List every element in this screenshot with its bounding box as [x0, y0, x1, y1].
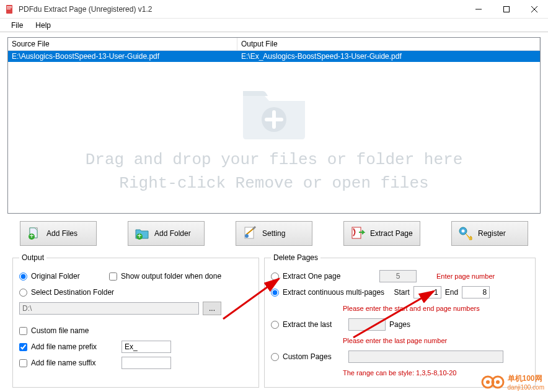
svg-point-24 — [486, 380, 490, 384]
svg-rect-1 — [7, 6, 12, 7]
svg-rect-5 — [503, 6, 509, 12]
custom-pages-input[interactable] — [348, 351, 503, 363]
delete-legend: Delete Pages — [271, 253, 320, 262]
custom-pages-radio[interactable] — [271, 353, 279, 361]
window-title: PDFdu Extract Page (Unregistered) v1.2 — [19, 5, 464, 14]
multi-hint: Please enter the start and end page numb… — [343, 305, 480, 312]
suffix-input[interactable] — [122, 357, 171, 369]
last-hint: Please enter the last page number — [343, 337, 447, 344]
menu-bar: File Help — [0, 19, 548, 32]
menu-help[interactable]: Help — [29, 20, 57, 31]
col-output[interactable]: Output File — [237, 38, 540, 50]
register-button[interactable]: Register — [451, 221, 528, 246]
original-folder-radio[interactable] — [19, 272, 27, 281]
cell-source: E:\Auslogics-BoostSpeed-13-User-Guide.pd… — [8, 51, 237, 62]
drop-zone: Drag and drop your files or folder here … — [8, 63, 540, 213]
output-panel: Output Original Folder Show output folde… — [12, 253, 259, 388]
svg-text:+: + — [137, 232, 141, 240]
extract-page-button[interactable]: Extract Page — [343, 221, 420, 246]
last-unit: Pages — [389, 320, 410, 329]
maximize-button[interactable] — [492, 0, 520, 19]
svg-text:+: + — [29, 232, 33, 240]
custom-pages-label: Custom Pages — [283, 352, 345, 361]
extract-multi-label: Extract continuous multi-pages — [283, 288, 384, 297]
title-bar: PDFdu Extract Page (Unregistered) v1.2 — [0, 0, 548, 19]
file-list[interactable]: Source File Output File E:\Auslogics-Boo… — [7, 37, 541, 214]
show-folder-label: Show output folder when done — [121, 272, 221, 281]
add-folder-button[interactable]: + Add Folder — [128, 221, 205, 246]
prefix-label: Add file name prefix — [31, 342, 118, 351]
add-files-icon: + — [27, 226, 42, 241]
folder-plus-icon — [237, 84, 311, 146]
table-row[interactable]: E:\Auslogics-BoostSpeed-13-User-Guide.pd… — [8, 51, 540, 62]
suffix-label: Add file name suffix — [31, 359, 118, 367]
add-folder-label: Add Folder — [154, 229, 191, 238]
cell-output: E:\Ex_Auslogics-BoostSpeed-13-User-Guide… — [237, 51, 540, 62]
svg-rect-3 — [7, 9, 11, 9]
svg-point-26 — [496, 380, 500, 384]
extract-label: Extract Page — [370, 229, 413, 238]
add-files-label: Add Files — [46, 229, 77, 238]
browse-button[interactable]: ... — [203, 302, 221, 315]
prefix-input[interactable] — [122, 341, 171, 353]
register-label: Register — [478, 229, 506, 238]
watermark-url: danji100.com — [508, 384, 544, 391]
custom-name-checkbox[interactable] — [19, 327, 27, 335]
window-controls — [464, 0, 548, 19]
show-folder-checkbox[interactable] — [109, 272, 117, 281]
menu-file[interactable]: File — [5, 20, 29, 31]
extract-multi-radio[interactable] — [271, 289, 279, 297]
setting-icon — [242, 226, 257, 241]
drop-hint-1: Drag and drop your files or folder here — [86, 150, 463, 169]
prefix-checkbox[interactable] — [19, 343, 27, 351]
start-label: Start — [394, 288, 409, 297]
register-icon — [458, 226, 473, 241]
extract-last-label: Extract the last — [283, 320, 345, 329]
end-label: End — [445, 288, 458, 297]
setting-label: Setting — [262, 229, 285, 238]
one-page-input[interactable] — [379, 270, 417, 282]
last-input[interactable] — [348, 318, 386, 331]
start-input[interactable] — [413, 286, 441, 298]
svg-rect-2 — [7, 7, 12, 8]
col-source[interactable]: Source File — [8, 38, 237, 50]
table-header: Source File Output File — [8, 38, 540, 51]
suffix-checkbox[interactable] — [19, 359, 27, 367]
end-input[interactable] — [462, 286, 490, 298]
extract-icon — [350, 226, 365, 241]
setting-button[interactable]: Setting — [236, 221, 312, 246]
extract-one-label: Extract One page — [283, 272, 376, 281]
original-folder-label: Original Folder — [31, 272, 105, 281]
output-legend: Output — [19, 253, 46, 262]
close-button[interactable] — [520, 0, 548, 19]
one-hint: Enter page number — [436, 272, 495, 280]
select-dest-label: Select Destination Folder — [31, 288, 114, 297]
extract-last-radio[interactable] — [271, 321, 279, 329]
custom-hint: The range can be style: 1,3,5-8,10-20 — [343, 369, 456, 377]
app-icon — [5, 4, 15, 14]
svg-point-20 — [462, 230, 465, 233]
add-files-button[interactable]: + Add Files — [20, 221, 97, 246]
drop-hint-2: Right-click Remove or open files — [119, 174, 428, 193]
svg-point-8 — [262, 107, 286, 132]
dest-path-input[interactable] — [19, 302, 199, 315]
toolbar: + Add Files + Add Folder Setting Extract… — [7, 214, 541, 253]
select-dest-radio[interactable] — [19, 289, 27, 297]
watermark-site: 单机100网 — [508, 373, 544, 384]
extract-one-radio[interactable] — [271, 272, 279, 281]
custom-name-label: Custom file name — [31, 326, 89, 335]
add-folder-icon: + — [135, 226, 149, 241]
watermark: 单机100网 danji100.com — [480, 373, 544, 391]
delete-pages-panel: Delete Pages Extract One page Enter page… — [264, 253, 536, 388]
minimize-button[interactable] — [464, 0, 492, 19]
svg-point-17 — [245, 234, 249, 238]
watermark-logo-icon — [480, 375, 505, 390]
